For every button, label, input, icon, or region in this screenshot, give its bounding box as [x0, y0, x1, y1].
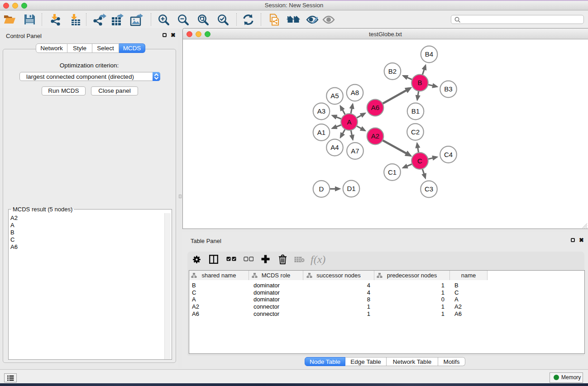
- svg-text:A6: A6: [371, 104, 379, 111]
- svg-text:A3: A3: [317, 107, 325, 115]
- svg-text:A2: A2: [371, 132, 379, 140]
- svg-text:C4: C4: [444, 151, 453, 158]
- svg-text:C3: C3: [425, 185, 433, 193]
- svg-text:A4: A4: [330, 143, 339, 151]
- svg-text:A7: A7: [351, 147, 359, 155]
- svg-text:B3: B3: [444, 85, 452, 93]
- svg-text:B4: B4: [425, 50, 433, 58]
- svg-text:C: C: [417, 157, 422, 165]
- svg-text:A: A: [347, 118, 351, 126]
- svg-text:B1: B1: [411, 107, 420, 115]
- svg-text:C1: C1: [388, 168, 397, 176]
- svg-text:D1: D1: [347, 185, 355, 192]
- svg-text:A1: A1: [317, 129, 325, 136]
- svg-text:A8: A8: [351, 89, 359, 96]
- svg-text:C2: C2: [411, 128, 420, 136]
- svg-text:B: B: [417, 79, 422, 86]
- svg-text:D: D: [319, 185, 324, 193]
- svg-text:A5: A5: [330, 92, 339, 100]
- svg-text:B2: B2: [388, 67, 397, 75]
